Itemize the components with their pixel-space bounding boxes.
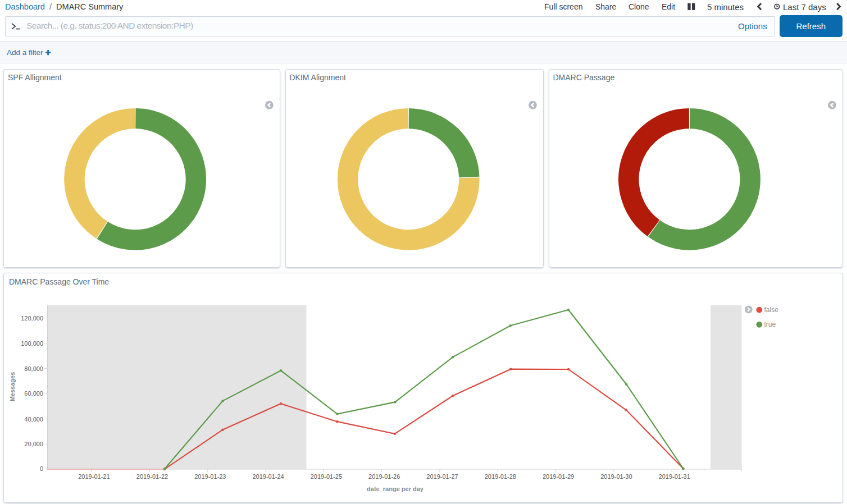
svg-text:true: true [764, 320, 776, 328]
svg-text:40,000: 40,000 [24, 416, 43, 423]
svg-text:2019-01-26: 2019-01-26 [368, 473, 400, 480]
svg-text:2019-01-27: 2019-01-27 [426, 473, 458, 480]
svg-text:2019-01-29: 2019-01-29 [543, 473, 574, 480]
svg-text:2019-01-22: 2019-01-22 [136, 473, 168, 480]
svg-text:0: 0 [40, 465, 43, 472]
svg-text:2019-01-21: 2019-01-21 [78, 473, 110, 480]
svg-text:2019-01-25: 2019-01-25 [311, 473, 342, 480]
svg-text:date_range per day: date_range per day [367, 485, 424, 492]
svg-text:2019-01-31: 2019-01-31 [659, 473, 690, 480]
svg-text:2019-01-28: 2019-01-28 [485, 473, 516, 480]
svg-text:2019-01-23: 2019-01-23 [194, 473, 226, 480]
svg-text:100,000: 100,000 [21, 340, 43, 347]
svg-text:80,000: 80,000 [24, 365, 43, 372]
svg-text:120,000: 120,000 [21, 315, 43, 322]
svg-text:20,000: 20,000 [24, 441, 43, 447]
svg-text:2019-01-24: 2019-01-24 [252, 473, 284, 480]
svg-text:Messages: Messages [9, 372, 16, 402]
svg-text:60,000: 60,000 [24, 390, 43, 397]
svg-text:2019-01-30: 2019-01-30 [600, 473, 632, 480]
svg-text:false: false [764, 306, 779, 314]
